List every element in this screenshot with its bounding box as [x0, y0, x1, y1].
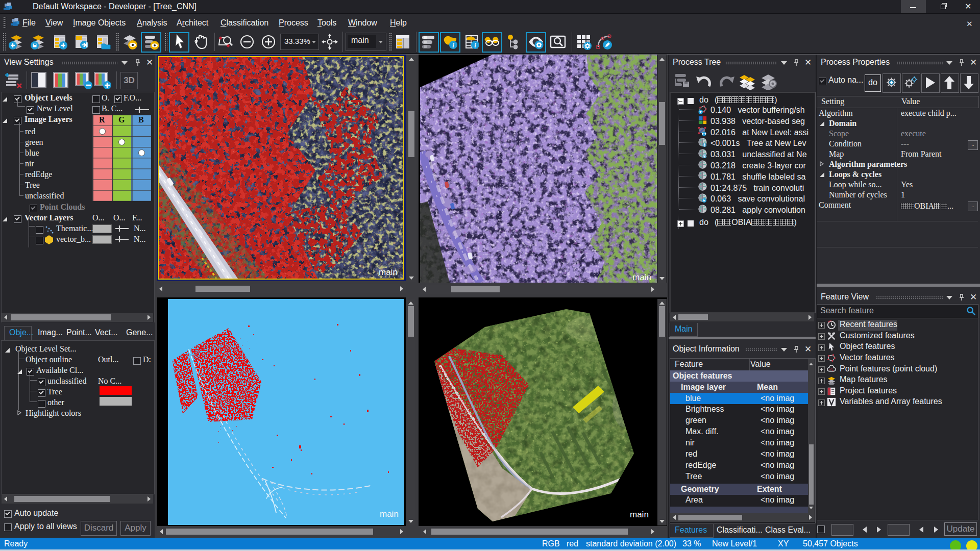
- svg-text:main: main: [380, 509, 399, 519]
- svg-text:i: i: [452, 41, 454, 49]
- svg-text:main: main: [379, 267, 398, 277]
- svg-text:main: main: [632, 272, 651, 282]
- svg-text:main: main: [630, 510, 649, 519]
- svg-text:i: i: [474, 41, 476, 49]
